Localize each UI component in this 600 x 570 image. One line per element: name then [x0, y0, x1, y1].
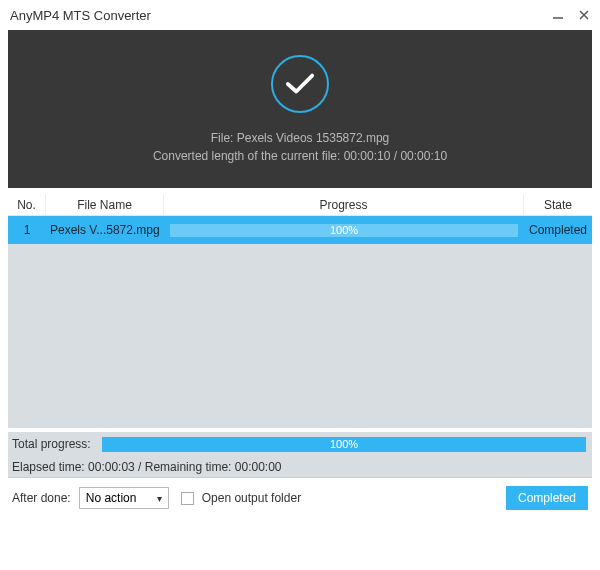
- converted-length-line: Converted length of the current file: 00…: [153, 149, 447, 163]
- total-progress-percent: 100%: [102, 437, 586, 452]
- table-header: No. File Name Progress State: [8, 194, 592, 216]
- after-done-row: After done: No action ▾ Open output fold…: [8, 478, 592, 518]
- time-text: Elapsed time: 00:00:03 / Remaining time:…: [12, 460, 282, 474]
- after-done-select[interactable]: No action ▾: [79, 487, 169, 509]
- minimize-icon: [552, 9, 564, 21]
- total-progress-label: Total progress:: [12, 437, 102, 451]
- titlebar: AnyMP4 MTS Converter: [0, 0, 600, 30]
- col-header-progress: Progress: [164, 194, 524, 215]
- minimize-button[interactable]: [552, 9, 564, 21]
- current-file-line: File: Pexels Videos 1535872.mpg: [211, 131, 390, 145]
- window-title: AnyMP4 MTS Converter: [10, 8, 151, 23]
- after-done-label: After done:: [12, 491, 71, 505]
- total-progress-bar: 100%: [102, 437, 586, 452]
- success-check-icon: [271, 55, 329, 113]
- col-header-filename: File Name: [46, 194, 164, 215]
- close-button[interactable]: [578, 9, 590, 21]
- titlebar-buttons: [552, 9, 590, 21]
- footer: Total progress: 100% Elapsed time: 00:00…: [8, 428, 592, 518]
- open-output-checkbox[interactable]: [181, 492, 194, 505]
- row-progress-label: 100%: [170, 224, 518, 237]
- status-hero: File: Pexels Videos 1535872.mpg Converte…: [8, 30, 592, 188]
- open-output-label: Open output folder: [202, 491, 301, 505]
- chevron-down-icon: ▾: [157, 493, 162, 504]
- row-progress-bar: 100%: [170, 224, 518, 237]
- row-progress: 100%: [164, 224, 524, 237]
- total-progress-row: Total progress: 100%: [8, 432, 592, 456]
- row-filename: Pexels V...5872.mpg: [46, 223, 164, 237]
- app-window: AnyMP4 MTS Converter File: Pexels Videos…: [0, 0, 600, 570]
- time-row: Elapsed time: 00:00:03 / Remaining time:…: [8, 456, 592, 478]
- close-icon: [578, 9, 590, 21]
- col-header-no: No.: [8, 194, 46, 215]
- after-done-selected: No action: [86, 491, 137, 505]
- completed-button[interactable]: Completed: [506, 486, 588, 510]
- row-number: 1: [8, 223, 46, 237]
- table-row[interactable]: 1 Pexels V...5872.mpg 100% Completed: [8, 216, 592, 244]
- file-list: 1 Pexels V...5872.mpg 100% Completed: [8, 216, 592, 428]
- col-header-state: State: [524, 194, 592, 215]
- row-state: Completed: [524, 223, 592, 237]
